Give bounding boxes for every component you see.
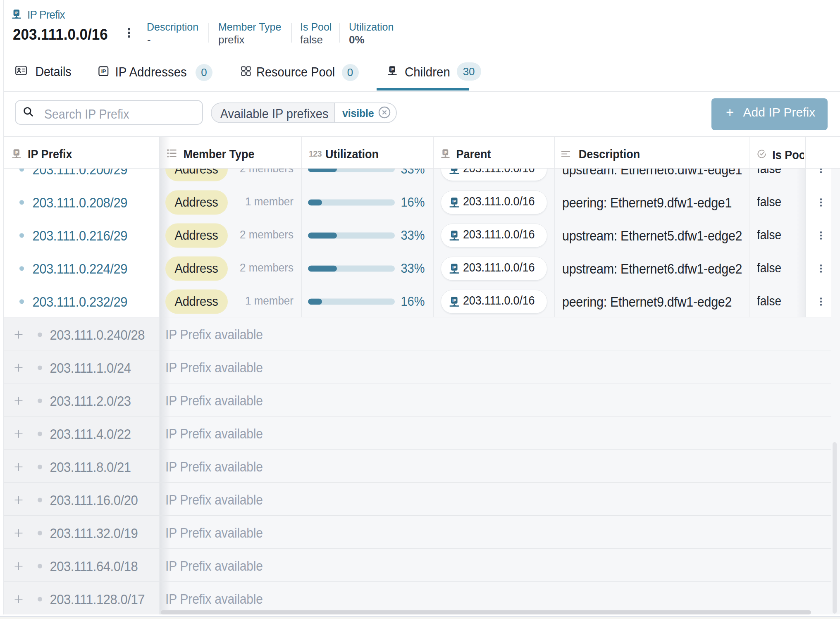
svg-text:IP: IP [452, 298, 456, 302]
svg-text:IP: IP [14, 150, 18, 155]
svg-text:IP: IP [452, 168, 456, 170]
svg-text:IP: IP [15, 11, 19, 15]
svg-text:IP: IP [101, 68, 106, 74]
svg-text:IP: IP [444, 150, 447, 155]
svg-text:IP: IP [452, 232, 456, 236]
svg-text:IP: IP [391, 67, 394, 71]
svg-text:IP: IP [452, 199, 456, 203]
svg-text:IP: IP [452, 265, 456, 269]
